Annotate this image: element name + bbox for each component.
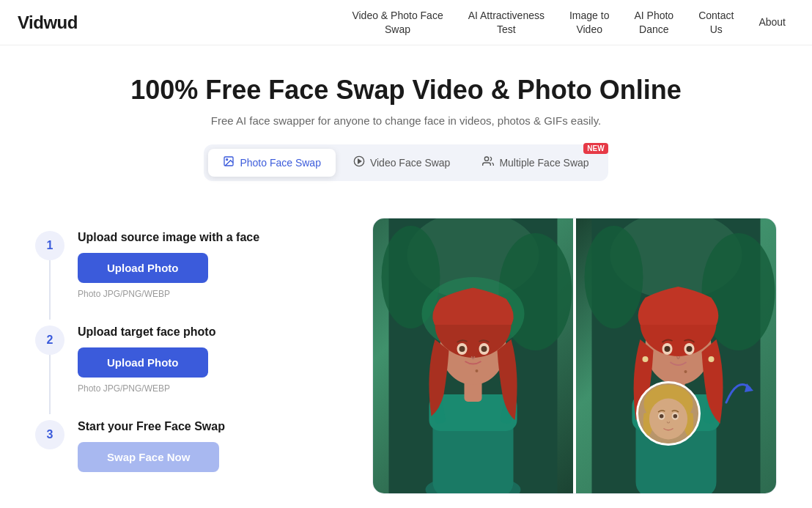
step-2: 2 Upload target face photo Upload Photo … <box>35 312 343 407</box>
step-1-content: Upload source image with a face Upload P… <box>78 231 343 299</box>
svg-point-38 <box>643 356 649 362</box>
swap-face-button[interactable]: Swap Face Now <box>78 442 219 472</box>
preview-images <box>373 218 776 493</box>
svg-marker-3 <box>358 159 361 163</box>
tab-multiple-face-swap[interactable]: Multiple Face Swap NEW <box>468 149 603 177</box>
new-badge: NEW <box>583 143 608 154</box>
main-content: 1 Upload source image with a face Upload… <box>18 218 794 494</box>
nav-item-video-photo-face-swap[interactable]: Video & Photo FaceSwap <box>343 4 451 40</box>
nav-item-ai-photo-dance[interactable]: AI PhotoDance <box>625 4 682 40</box>
svg-point-37 <box>687 346 693 352</box>
tab-photo-face-swap-label: Photo Face Swap <box>240 157 321 169</box>
nav-item-image-to-video[interactable]: Image toVideo <box>561 4 618 40</box>
svg-point-40 <box>684 370 687 373</box>
swap-arrow <box>719 373 756 413</box>
step-3-content: Start your Free Face Swap Swap Face Now <box>78 420 343 472</box>
video-face-swap-icon <box>353 155 365 170</box>
hero-subtitle: Free AI face swapper for anyone to chang… <box>15 114 797 127</box>
step-2-title: Upload target face photo <box>78 325 343 339</box>
svg-point-22 <box>476 369 479 372</box>
nav-item-contact-us[interactable]: ContactUs <box>690 4 742 40</box>
step-2-hint: Photo JPG/PNG/WEBP <box>78 383 343 394</box>
upload-target-button[interactable]: Upload Photo <box>78 347 208 378</box>
svg-point-39 <box>709 356 715 362</box>
tab-photo-face-swap[interactable]: Photo Face Swap <box>208 149 336 177</box>
svg-point-43 <box>649 399 687 440</box>
svg-point-36 <box>665 346 671 352</box>
hero-section: 100% Free Face Swap Video & Photo Online… <box>0 45 812 196</box>
photo-face-swap-icon <box>223 155 235 170</box>
step-3-number: 3 <box>35 420 64 449</box>
header: Vidwud Video & Photo FaceSwap AI Attract… <box>0 0 812 45</box>
step-1-number: 1 <box>35 231 64 260</box>
tab-video-face-swap-label: Video Face Swap <box>370 157 450 169</box>
svg-point-46 <box>659 414 663 419</box>
steps-panel: 1 Upload source image with a face Upload… <box>35 218 343 485</box>
step-3-title: Start your Free Face Swap <box>78 420 343 433</box>
svg-point-1 <box>226 159 228 161</box>
hero-title: 100% Free Face Swap Video & Photo Online <box>15 75 797 106</box>
step-2-content: Upload target face photo Upload Photo Ph… <box>78 325 343 394</box>
svg-point-47 <box>673 414 677 419</box>
step-1-hint: Photo JPG/PNG/WEBP <box>78 289 343 299</box>
upload-source-button[interactable]: Upload Photo <box>78 253 208 283</box>
source-preview <box>373 218 573 493</box>
step-1-title: Upload source image with a face <box>78 231 343 244</box>
source-face-circle <box>636 381 701 446</box>
nav-item-about[interactable]: About <box>750 11 794 33</box>
svg-point-21 <box>481 346 487 352</box>
step-3: 3 Start your Free Face Swap Swap Face No… <box>35 407 343 485</box>
step-1: 1 Upload source image with a face Upload… <box>35 218 343 312</box>
preview-area <box>372 218 777 494</box>
tab-video-face-swap[interactable]: Video Face Swap <box>339 149 465 177</box>
brand-logo[interactable]: Vidwud <box>18 12 78 33</box>
feature-tabs: Photo Face Swap Video Face Swap Multiple… <box>204 144 608 181</box>
tab-multiple-face-swap-label: Multiple Face Swap <box>499 157 588 169</box>
multiple-face-swap-icon <box>482 155 494 170</box>
step-2-number: 2 <box>35 325 64 355</box>
svg-point-4 <box>485 157 489 161</box>
nav-item-ai-attractiveness-test[interactable]: AI AttractivenessTest <box>459 4 553 40</box>
result-preview <box>573 218 776 493</box>
svg-point-20 <box>459 346 465 352</box>
svg-point-25 <box>585 226 643 328</box>
main-nav: Video & Photo FaceSwap AI Attractiveness… <box>343 4 794 40</box>
